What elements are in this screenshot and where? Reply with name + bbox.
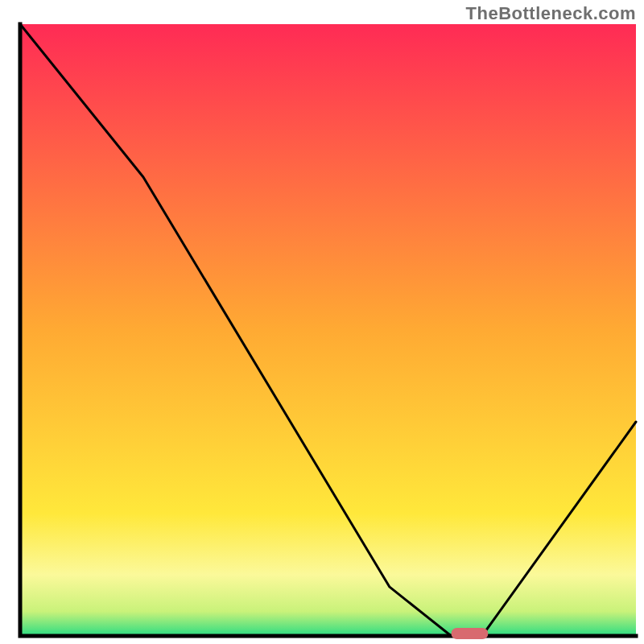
watermark-text: TheBottleneck.com	[466, 3, 636, 24]
chart-container: TheBottleneck.com	[0, 0, 644, 644]
bottleneck-chart	[0, 0, 644, 644]
chart-background-gradient	[20, 24, 636, 636]
optimal-point-marker	[452, 628, 489, 639]
